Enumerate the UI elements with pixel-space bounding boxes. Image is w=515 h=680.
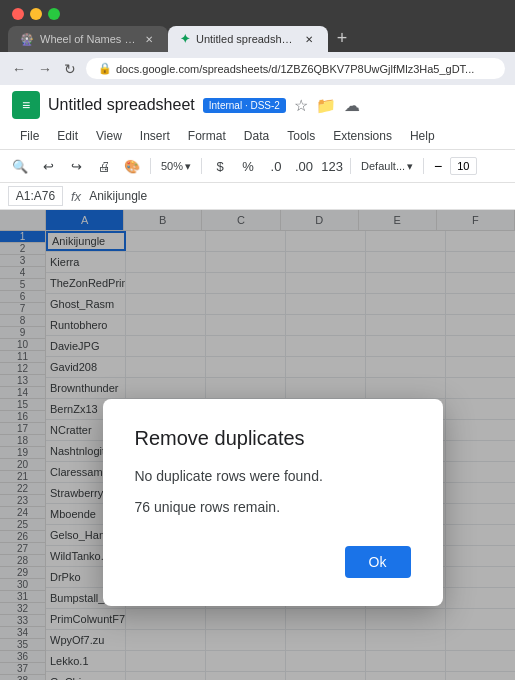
page-title[interactable]: Untitled spreadsheet — [48, 96, 195, 114]
toolbar: 🔍 ↩ ↪ 🖨 🎨 50% ▾ $ % .0 .00 123 Default..… — [0, 150, 515, 183]
font-decrease-button[interactable]: − — [430, 158, 446, 174]
dss-badge: Internal · DSS-2 — [203, 98, 286, 113]
modal-ok-button[interactable]: Ok — [345, 546, 411, 578]
sheets-tab-close[interactable]: ✕ — [302, 32, 316, 46]
search-icon[interactable]: 🔍 — [8, 154, 32, 178]
undo-button[interactable]: ↩ — [36, 154, 60, 178]
wheel-tab[interactable]: 🎡 Wheel of Names | Random n... ✕ — [8, 26, 168, 52]
browser-chrome: 🎡 Wheel of Names | Random n... ✕ ✦ Untit… — [0, 0, 515, 52]
zoom-value: 50% — [161, 160, 183, 172]
menu-tools[interactable]: Tools — [279, 125, 323, 147]
menu-view[interactable]: View — [88, 125, 130, 147]
remove-duplicates-modal: Remove duplicates No duplicate rows were… — [103, 399, 443, 606]
sheets-tab-label: Untitled spreadsheet - Googl... — [196, 33, 296, 45]
main-content: A B C D E F 1234567891011121314151617181… — [0, 210, 515, 680]
back-button[interactable]: ← — [10, 59, 28, 79]
paint-format-button[interactable]: 🎨 — [120, 154, 144, 178]
modal-actions: Ok — [135, 546, 411, 578]
app-title-row: ≡ Untitled spreadsheet Internal · DSS-2 … — [12, 91, 503, 123]
title-action-icons: ☆ 📁 ☁ — [294, 96, 360, 115]
modal-title: Remove duplicates — [135, 427, 411, 450]
toolbar-sep-2 — [201, 158, 202, 174]
cell-reference[interactable]: A1:A76 — [8, 186, 63, 206]
url-text: docs.google.com/spreadsheets/d/1ZBZ6QBKV… — [116, 63, 474, 75]
url-bar[interactable]: 🔒 docs.google.com/spreadsheets/d/1ZBZ6QB… — [86, 58, 505, 79]
close-traffic-light[interactable] — [12, 8, 24, 20]
new-tab-button[interactable]: + — [328, 24, 356, 52]
sheets-tab-icon: ✦ — [180, 32, 190, 46]
menu-file[interactable]: File — [12, 125, 47, 147]
wheel-tab-icon: 🎡 — [20, 33, 34, 46]
app-header: ≡ Untitled spreadsheet Internal · DSS-2 … — [0, 85, 515, 150]
more-formats-button[interactable]: 123 — [320, 154, 344, 178]
location-icon[interactable]: 📁 — [316, 96, 336, 115]
forward-button[interactable]: → — [36, 59, 54, 79]
decimal-dec-button[interactable]: .0 — [264, 154, 288, 178]
print-button[interactable]: 🖨 — [92, 154, 116, 178]
zoom-select[interactable]: 50% ▾ — [157, 158, 195, 175]
formula-bar: A1:A76 fx Anikijungle — [0, 183, 515, 210]
traffic-lights — [0, 0, 515, 24]
sheets-logo: ≡ — [22, 97, 30, 113]
currency-button[interactable]: $ — [208, 154, 232, 178]
decimal-inc-button[interactable]: .00 — [292, 154, 316, 178]
font-chevron-icon: ▾ — [407, 160, 413, 173]
font-name-label: Default... — [361, 160, 405, 172]
address-bar: ← → ↻ 🔒 docs.google.com/spreadsheets/d/1… — [0, 52, 515, 85]
modal-unique-rows-text: 76 unique rows remain. — [135, 497, 411, 518]
tab-bar: 🎡 Wheel of Names | Random n... ✕ ✦ Untit… — [0, 24, 515, 52]
formula-value[interactable]: Anikijungle — [89, 189, 507, 203]
toolbar-sep-1 — [150, 158, 151, 174]
menu-data[interactable]: Data — [236, 125, 277, 147]
sheets-app-icon: ≡ — [12, 91, 40, 119]
toolbar-sep-3 — [350, 158, 351, 174]
redo-button[interactable]: ↪ — [64, 154, 88, 178]
menu-insert[interactable]: Insert — [132, 125, 178, 147]
star-icon[interactable]: ☆ — [294, 96, 308, 115]
font-size-input[interactable]: 10 — [450, 157, 476, 175]
sheets-tab[interactable]: ✦ Untitled spreadsheet - Googl... ✕ — [168, 26, 328, 52]
modal-overlay: Remove duplicates No duplicate rows were… — [0, 210, 515, 680]
menu-bar: File Edit View Insert Format Data Tools … — [12, 123, 503, 149]
fullscreen-traffic-light[interactable] — [48, 8, 60, 20]
cloud-icon[interactable]: ☁ — [344, 96, 360, 115]
zoom-chevron-icon: ▾ — [185, 160, 191, 173]
wheel-tab-close[interactable]: ✕ — [142, 32, 156, 46]
toolbar-sep-4 — [423, 158, 424, 174]
menu-help[interactable]: Help — [402, 125, 443, 147]
modal-no-duplicates-text: No duplicate rows were found. — [135, 466, 411, 487]
menu-format[interactable]: Format — [180, 125, 234, 147]
menu-edit[interactable]: Edit — [49, 125, 86, 147]
fx-icon: fx — [71, 189, 81, 204]
lock-icon: 🔒 — [98, 62, 112, 75]
refresh-button[interactable]: ↻ — [62, 59, 78, 79]
menu-extensions[interactable]: Extensions — [325, 125, 400, 147]
wheel-tab-label: Wheel of Names | Random n... — [40, 33, 136, 45]
minimize-traffic-light[interactable] — [30, 8, 42, 20]
font-format-select[interactable]: Default... ▾ — [357, 158, 417, 175]
percent-button[interactable]: % — [236, 154, 260, 178]
